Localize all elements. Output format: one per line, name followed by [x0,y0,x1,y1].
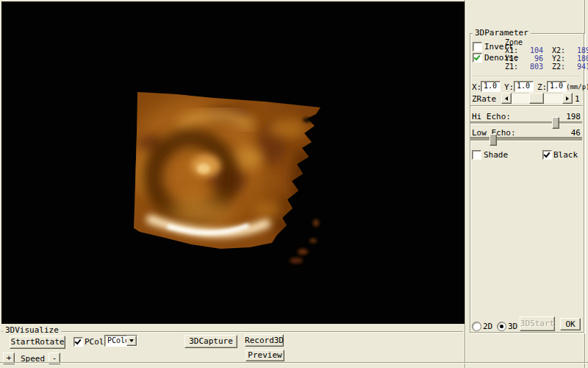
pcolor-checkbox[interactable] [74,337,83,347]
black-label: Black [553,151,578,159]
pcolor-dropdown[interactable]: PColor [104,335,137,347]
zrate-value: 1 [575,95,580,103]
black-checkbox[interactable] [542,150,552,160]
zrate-label: ZRate [472,95,496,103]
low-echo-slider-track[interactable] [470,137,582,141]
panel-divider [465,0,465,368]
scale-z-input[interactable]: 1.0 [547,81,567,92]
mode-2d-radio[interactable] [472,322,481,331]
app-window: 3DParameter Invert Denoise Zone X1: 104 … [0,0,588,368]
low-echo-value: 46 [559,129,581,137]
zone-y1-label: Y1: [505,55,521,63]
preview-button[interactable]: Preview [245,350,284,361]
hi-echo-slider-thumb[interactable] [552,117,559,129]
zrate-slider-thumb[interactable] [529,93,544,104]
denoise-checkbox[interactable] [473,53,482,63]
chevron-right-icon [566,96,569,101]
separator [470,105,583,106]
zone-row: X1: 104 X2: 189 [505,47,588,54]
scale-z-label: Z: [537,83,547,91]
zone-row: Z1: 803 Z2: 941 [505,63,588,71]
zone-z1-value: 803 [521,63,543,71]
scale-y-input[interactable]: 1.0 [514,81,534,92]
shade-label: Shade [484,151,508,159]
ok-button[interactable]: OK [560,318,581,330]
mode-3d-label: 3D [508,322,517,330]
zone-x2-label: X2: [552,47,570,54]
zone-x1-label: X1: [505,47,521,54]
shade-checkbox[interactable] [472,150,481,160]
invert-checkbox[interactable] [473,42,482,52]
zone-table: X1: 104 X2: 189 Y1: 96 Y2: 180 Z1: 803 Z… [505,47,588,71]
zone-x2-value: 189 [570,47,588,54]
mode-2d-label: 2D [483,322,492,330]
window-bottom-edge [0,362,588,363]
mode-3d-radio[interactable] [497,322,506,331]
zone-y2-value: 180 [570,55,588,63]
3dcapture-button[interactable]: 3DCapture [184,335,237,348]
zone-x1-value: 104 [521,47,543,54]
zrate-slider-left-button[interactable] [501,93,512,104]
render-viewport[interactable] [1,1,465,324]
visualize-group-line [1,331,463,332]
start-rotate-button[interactable]: StartRotate [10,336,65,349]
zone-label: Zone [505,38,523,46]
hi-echo-slider-track[interactable] [470,121,582,124]
low-echo-slider-thumb[interactable] [490,134,497,146]
hi-echo-label: Hi Echo: [472,113,511,121]
scale-x-input[interactable]: 1.0 [481,81,501,92]
zrate-slider-right-button[interactable] [562,93,573,104]
scale-unit-label: (mm/p) [566,83,588,91]
record3d-button[interactable]: Record3D [245,334,284,347]
hi-echo-value: 198 [559,113,581,121]
separator [473,76,580,77]
zone-y2-label: Y2: [552,55,570,63]
parameter-groupbox [470,33,584,333]
zone-row: Y1: 96 Y2: 180 [505,55,588,63]
3dstart-button[interactable]: 3DStart [520,316,555,331]
zone-z2-label: Z2: [552,63,570,71]
pcolor-dropdown-button[interactable] [126,336,137,346]
chevron-left-icon [505,96,508,101]
zone-y1-value: 96 [521,55,543,63]
parameter-group-label: 3DParameter [473,29,531,38]
chevron-down-icon [129,339,134,342]
zone-z1-label: Z1: [505,63,521,71]
zone-z2-value: 941 [570,63,588,71]
ultrasound-render [118,70,338,276]
visualize-group-label: 3DVisualize [3,326,61,335]
scale-y-label: Y: [504,83,514,91]
